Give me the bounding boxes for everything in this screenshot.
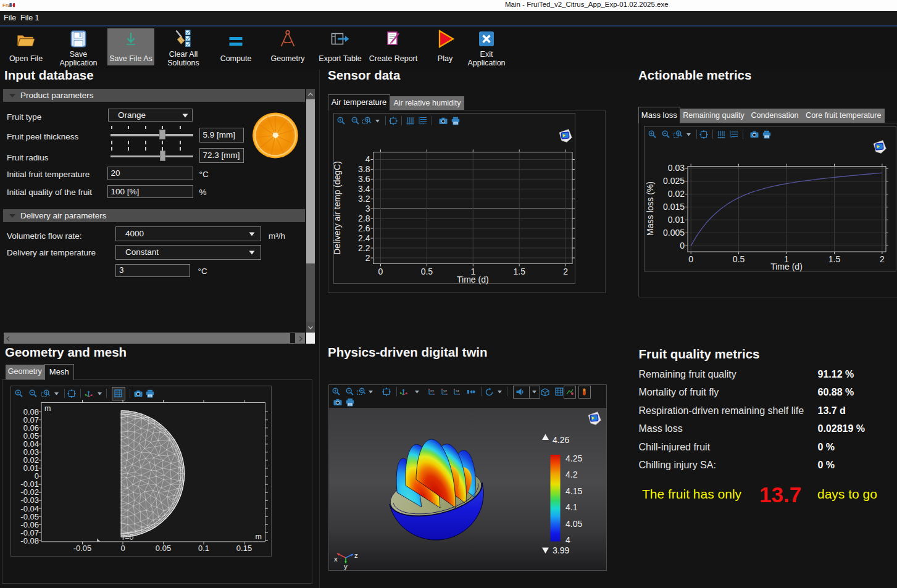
svg-text:Mass loss (%): Mass loss (%) xyxy=(645,181,655,236)
svg-text:x: x xyxy=(334,555,338,563)
svg-text:4.1: 4.1 xyxy=(565,502,578,512)
svg-text:Time (d): Time (d) xyxy=(770,262,803,271)
svg-text:4.26: 4.26 xyxy=(553,435,569,445)
svg-text:xz: xz xyxy=(456,389,459,392)
svg-text:4.2: 4.2 xyxy=(565,470,578,479)
svg-text:y: y xyxy=(344,563,348,570)
svg-text:0.025: 0.025 xyxy=(663,176,685,186)
svg-text:0: 0 xyxy=(688,254,693,264)
svg-text:0.5: 0.5 xyxy=(733,254,745,264)
svg-text:2: 2 xyxy=(880,254,885,264)
svg-text:3.99: 3.99 xyxy=(553,545,569,555)
svg-text:0: 0 xyxy=(680,241,685,251)
svg-text:0.03: 0.03 xyxy=(668,163,685,173)
svg-text:4.25: 4.25 xyxy=(565,453,582,463)
svg-text:0.015: 0.015 xyxy=(663,202,685,212)
svg-text:0.02: 0.02 xyxy=(668,189,685,199)
svg-text:0.005: 0.005 xyxy=(663,228,685,238)
svg-text:yz: yz xyxy=(443,389,447,392)
svg-text:0.01: 0.01 xyxy=(668,215,685,225)
svg-text:4.15: 4.15 xyxy=(565,486,582,496)
svg-text:z: z xyxy=(354,552,358,559)
svg-text:xy: xy xyxy=(430,389,434,392)
svg-text:1.5: 1.5 xyxy=(828,254,841,264)
svg-text:4.05: 4.05 xyxy=(565,519,582,529)
svg-text:4: 4 xyxy=(565,535,570,545)
